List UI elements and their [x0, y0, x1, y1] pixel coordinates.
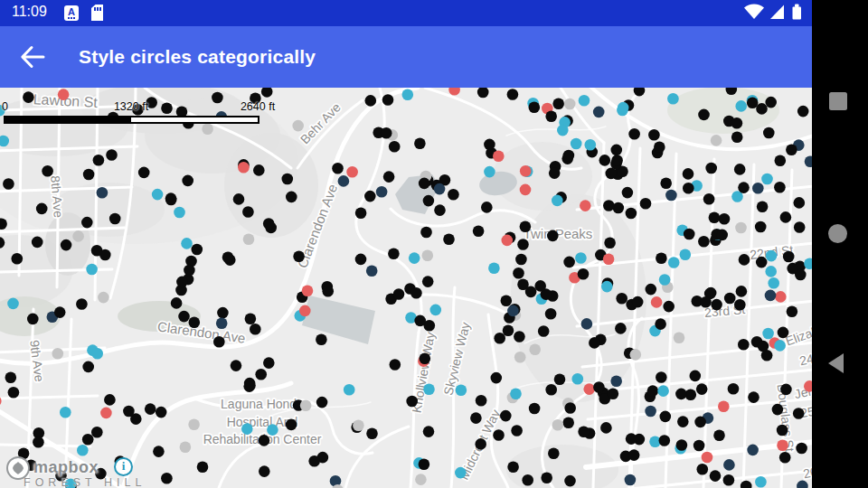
- scale-bar-rule: [4, 116, 259, 124]
- page-title: Style circles categorically: [79, 46, 316, 68]
- battery-icon: [793, 5, 802, 20]
- back-button[interactable]: [7, 32, 58, 82]
- scale-mid-label: 1320 ft: [103, 100, 159, 113]
- map-attribution: mapbox i: [0, 454, 181, 488]
- map-container[interactable]: Lawton St8th Ave9th AveBehr AveClarendon…: [0, 88, 812, 488]
- status-bar: 11:09 A: [0, 0, 812, 26]
- svg-text:26: 26: [802, 465, 812, 482]
- navigation-bar: [812, 0, 868, 488]
- nav-back-button[interactable]: [828, 353, 844, 373]
- app-bar: Style circles categorically: [0, 26, 812, 88]
- a-badge: A: [64, 5, 79, 21]
- cellular-signal-icon: [770, 5, 784, 20]
- back-arrow-icon: [20, 44, 45, 70]
- info-icon[interactable]: i: [114, 457, 133, 476]
- map-canvas: Lawton St8th Ave9th AveBehr AveClarendon…: [0, 88, 812, 488]
- reservoir: [302, 296, 375, 344]
- svg-text:Skyview Way: Skyview Way: [440, 321, 473, 397]
- android-screen: 11:09 A Style circles categorically: [0, 0, 868, 488]
- sim-card-icon: [91, 5, 103, 21]
- wifi-icon: [744, 4, 764, 19]
- mapbox-wordmark[interactable]: mapbox: [33, 458, 99, 477]
- scale-end-label: 2640 ft: [230, 100, 286, 113]
- status-right-icons: [740, 0, 812, 25]
- home-button[interactable]: [828, 224, 847, 243]
- mapbox-logo-icon[interactable]: [6, 456, 30, 480]
- recents-button[interactable]: [829, 92, 847, 110]
- scale-bar: 0 1320 ft 2640 ft: [0, 95, 289, 126]
- svg-text:24: 24: [798, 352, 812, 369]
- scale-zero-label: 0: [2, 100, 8, 113]
- status-time: 11:09: [12, 4, 47, 20]
